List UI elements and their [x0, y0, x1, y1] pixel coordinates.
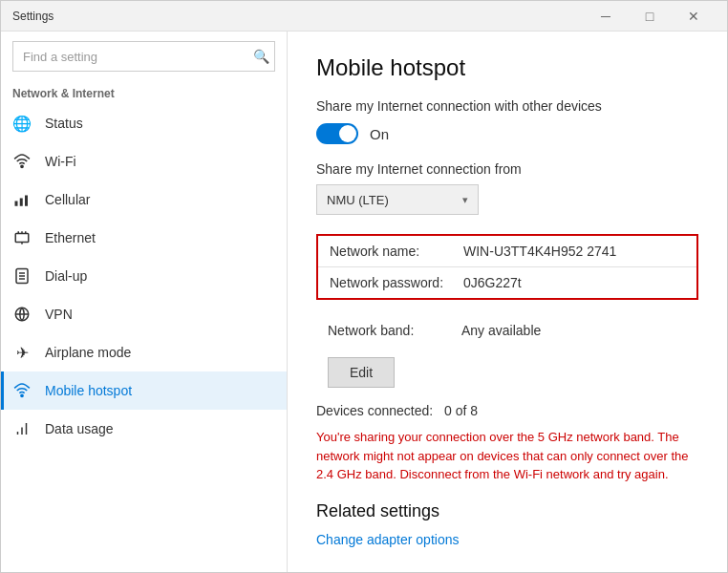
sidebar-item-dialup[interactable]: Dial-up [1, 257, 287, 295]
dialup-icon [12, 266, 32, 286]
maximize-button[interactable]: □ [628, 1, 672, 32]
toggle-row: On [316, 123, 698, 144]
network-band-value: Any available [461, 323, 541, 338]
airplane-icon: ✈ [12, 343, 32, 362]
change-adapter-link[interactable]: Change adapter options [316, 532, 459, 547]
sidebar-item-label: Mobile hotspot [45, 383, 132, 398]
page-title: Mobile hotspot [316, 54, 698, 81]
sidebar-item-label: Data usage [45, 421, 114, 436]
datausage-icon [12, 419, 32, 438]
sidebar-item-ethernet[interactable]: Ethernet [1, 219, 287, 257]
network-band-key: Network band: [328, 323, 461, 338]
dropdown-value: NMU (LTE) [327, 193, 389, 207]
network-name-value: WIN-U3TT4K4H952 2741 [463, 244, 616, 259]
network-info-table: Network name: WIN-U3TT4K4H952 2741 Netwo… [316, 234, 698, 300]
main-content: Mobile hotspot Share my Internet connect… [288, 32, 727, 572]
minimize-button[interactable]: ─ [584, 1, 628, 32]
close-button[interactable]: ✕ [672, 1, 716, 32]
svg-point-15 [21, 394, 23, 396]
sidebar-item-cellular[interactable]: Cellular [1, 180, 287, 219]
title-bar: Settings ─ □ ✕ [1, 1, 727, 32]
sidebar-item-hotspot[interactable]: Mobile hotspot [1, 371, 287, 410]
network-name-key: Network name: [330, 244, 463, 259]
svg-rect-4 [15, 234, 29, 243]
network-password-row: Network password: 0J6G227t [318, 267, 696, 298]
vpn-icon [12, 305, 32, 324]
sidebar-item-status[interactable]: 🌐 Status [1, 104, 287, 142]
edit-button[interactable]: Edit [328, 357, 395, 388]
search-button[interactable]: 🔍 [253, 49, 269, 64]
sidebar-item-datausage[interactable]: Data usage [1, 410, 287, 448]
sidebar-item-wifi[interactable]: Wi-Fi [1, 142, 287, 180]
sidebar-item-label: Dial-up [45, 268, 87, 284]
search-box: 🔍 [12, 41, 275, 72]
settings-window: Settings ─ □ ✕ 🔍 Network & Internet 🌐 St… [0, 0, 728, 573]
wifi-icon [12, 152, 32, 171]
network-password-value: 0J6G227t [463, 275, 522, 290]
sidebar: 🔍 Network & Internet 🌐 Status Wi-Fi [1, 32, 288, 572]
from-label: Share my Internet connection from [316, 161, 698, 177]
devices-row: Devices connected: 0 of 8 [316, 403, 698, 418]
sidebar-item-label: Ethernet [45, 230, 96, 245]
sidebar-item-label: VPN [45, 307, 73, 322]
connection-dropdown[interactable]: NMU (LTE) ▾ [316, 184, 479, 215]
devices-count: 0 of 8 [444, 403, 478, 418]
search-input[interactable] [12, 41, 275, 72]
sidebar-item-label: Airplane mode [45, 345, 131, 360]
content-area: 🔍 Network & Internet 🌐 Status Wi-Fi [1, 32, 727, 572]
window-title: Settings [12, 10, 584, 23]
toggle-label: On [370, 126, 389, 142]
sidebar-section-label: Network & Internet [1, 79, 287, 104]
window-controls: ─ □ ✕ [584, 1, 716, 32]
network-name-row: Network name: WIN-U3TT4K4H952 2741 [318, 236, 696, 267]
svg-rect-3 [25, 196, 28, 206]
sidebar-item-label: Cellular [45, 192, 90, 207]
network-band-row: Network band: Any available [316, 315, 698, 346]
warning-text: You're sharing your connection over the … [316, 428, 698, 484]
svg-point-0 [21, 165, 23, 167]
svg-rect-2 [20, 199, 23, 206]
chevron-down-icon: ▾ [462, 194, 468, 206]
network-password-key: Network password: [330, 275, 463, 290]
globe-icon: 🌐 [12, 114, 32, 133]
svg-rect-1 [15, 202, 18, 206]
share-toggle[interactable] [316, 123, 358, 144]
cellular-icon [12, 190, 32, 209]
sidebar-item-vpn[interactable]: VPN [1, 295, 287, 333]
hotspot-icon [12, 381, 32, 400]
related-settings-title: Related settings [316, 501, 698, 521]
ethernet-icon [12, 228, 32, 247]
sidebar-item-airplane[interactable]: ✈ Airplane mode [1, 333, 287, 371]
sidebar-item-label: Wi-Fi [45, 154, 76, 169]
sidebar-item-label: Status [45, 116, 83, 131]
share-label: Share my Internet connection with other … [316, 98, 698, 114]
devices-label: Devices connected: [316, 403, 433, 418]
